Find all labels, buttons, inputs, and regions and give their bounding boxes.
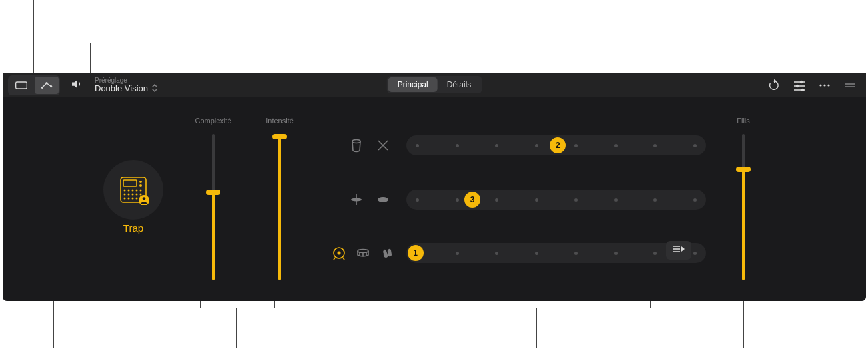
complexity-slider-group: Complexité (193, 117, 233, 280)
topbar-right-controls (767, 79, 861, 91)
preset-label: Préréglage (95, 77, 157, 84)
fills-slider-group: Fills (723, 117, 763, 280)
view-mode-segmented (8, 75, 60, 95)
pattern-row-icons (320, 246, 406, 260)
svg-point-32 (136, 198, 138, 200)
svg-point-9 (801, 89, 804, 91)
pattern-list-button[interactable] (666, 241, 691, 260)
svg-point-17 (139, 181, 142, 183)
svg-point-18 (139, 184, 142, 187)
svg-point-23 (140, 190, 142, 192)
pattern-row-icons (333, 192, 406, 207)
fills-slider[interactable] (742, 134, 745, 280)
chevron-updown-icon (152, 84, 157, 94)
intensity-slider[interactable] (278, 134, 281, 280)
pattern-row-kicksnare: 1 (320, 241, 706, 265)
callout-leader (33, 0, 34, 73)
intensity-slider-group: Intensité (260, 117, 300, 280)
svg-point-36 (352, 140, 360, 143)
preset-name: Double Vision (95, 84, 157, 94)
clap-icon[interactable] (380, 246, 394, 260)
svg-point-28 (140, 194, 142, 196)
svg-point-44 (338, 252, 341, 255)
callout-leader (536, 308, 537, 348)
callout-leader (823, 43, 823, 73)
pattern-variation-knob[interactable]: 1 (408, 245, 424, 261)
callout-leader (236, 308, 237, 348)
complexity-label: Complexité (193, 117, 233, 125)
svg-point-5 (800, 81, 803, 83)
grip-lines-icon (843, 79, 857, 91)
svg-point-29 (124, 198, 126, 200)
more-button[interactable] (818, 79, 831, 91)
svg-point-42 (378, 197, 388, 202)
svg-point-7 (796, 85, 799, 87)
intensity-label: Intensité (260, 117, 300, 125)
svg-point-19 (124, 190, 126, 192)
preset-name-text: Double Vision (95, 84, 148, 93)
volume-button[interactable] (67, 77, 87, 94)
svg-point-26 (132, 194, 134, 196)
more-horizontal-icon (818, 79, 831, 91)
knob-value: 2 (556, 141, 560, 150)
bracket-end (424, 301, 424, 308)
settings-button[interactable] (793, 79, 806, 91)
bracket-end (650, 301, 651, 308)
speaker-icon (71, 79, 83, 91)
tab-principal[interactable]: Principal (388, 77, 438, 92)
preset-selector[interactable]: Préréglage Double Vision (95, 77, 157, 94)
view-mode-region-button[interactable] (9, 77, 33, 94)
svg-point-31 (132, 198, 134, 200)
svg-line-46 (343, 258, 344, 260)
pattern-variation-knob[interactable]: 2 (550, 137, 566, 153)
drum-machine-icon (115, 171, 152, 208)
bracket (200, 308, 274, 308)
svg-point-30 (128, 198, 130, 200)
knob-value: 1 (413, 248, 418, 258)
style-name-label: Trap (103, 222, 163, 234)
view-mode-automation-button[interactable] (35, 77, 59, 94)
tab-details[interactable]: Détails (438, 77, 481, 92)
callout-leader (436, 43, 436, 73)
svg-rect-16 (123, 180, 137, 186)
callout-leader (743, 301, 744, 348)
shaker-icon[interactable] (376, 192, 390, 207)
sliders-icon (793, 79, 806, 91)
kick-icon[interactable] (332, 246, 346, 260)
sticks-icon[interactable] (376, 138, 390, 153)
hihat-icon[interactable] (349, 192, 364, 207)
pattern-variation-knob[interactable]: 3 (464, 192, 480, 208)
pattern-variation-slider[interactable]: 3 (406, 190, 706, 210)
svg-line-45 (334, 258, 335, 260)
svg-point-11 (823, 84, 825, 86)
knob-value: 3 (470, 195, 475, 204)
complexity-slider[interactable] (212, 134, 215, 280)
fills-label: Fills (723, 117, 763, 125)
main-details-tabs: Principal Détails (387, 76, 482, 93)
svg-point-24 (124, 194, 126, 196)
pattern-variation-slider[interactable]: 2 (406, 135, 706, 155)
svg-point-35 (143, 197, 145, 200)
callout-leader (53, 301, 54, 348)
pattern-row-percussion: 2 (333, 133, 706, 157)
conga-icon[interactable] (349, 138, 364, 153)
svg-point-10 (819, 84, 821, 86)
regenerate-button[interactable] (767, 79, 781, 91)
svg-point-25 (128, 194, 130, 196)
svg-point-12 (827, 84, 829, 86)
pattern-row-hihat: 3 (333, 188, 706, 212)
refresh-icon (767, 79, 781, 91)
editor-topbar: Préréglage Double Vision Principal Détai… (3, 73, 866, 97)
style-selector[interactable] (103, 160, 163, 220)
callout-leader (90, 43, 91, 73)
svg-point-20 (128, 190, 130, 192)
snare-icon[interactable] (356, 246, 370, 260)
svg-point-22 (136, 190, 138, 192)
list-play-icon (672, 244, 685, 256)
drag-handle[interactable] (843, 79, 857, 91)
svg-point-21 (132, 190, 134, 192)
bracket-end (200, 301, 201, 308)
pattern-row-icons (333, 138, 406, 153)
pattern-variation-slider[interactable]: 1 (406, 243, 706, 263)
bracket-end (274, 301, 275, 308)
